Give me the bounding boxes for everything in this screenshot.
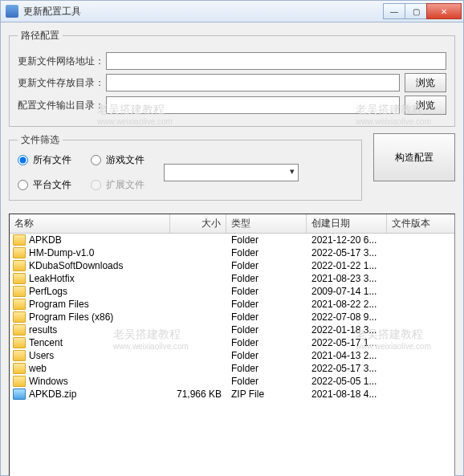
table-row[interactable]: resultsFolder2022-01-18 3... [10, 323, 454, 336]
folder-icon [13, 363, 26, 374]
table-row[interactable]: Program FilesFolder2021-08-22 2... [10, 298, 454, 311]
net-addr-input[interactable] [106, 52, 446, 70]
radio-all-input[interactable] [18, 155, 28, 165]
client-area: 路径配置 更新文件网络地址： 更新文件存放目录： 浏览 配置文件输出目录： 浏览… [0, 22, 464, 476]
table-row[interactable]: Program Files (x86)Folder2022-07-08 9... [10, 311, 454, 323]
window-controls: — ▢ ✕ [384, 3, 462, 19]
file-type: ZIP File [226, 389, 307, 400]
path-config-group: 路径配置 更新文件网络地址： 更新文件存放目录： 浏览 配置文件输出目录： 浏览 [9, 29, 455, 127]
file-list[interactable]: 名称 大小 类型 创建日期 文件版本 APKDBFolder2021-12-20… [9, 214, 455, 476]
file-name: results [29, 324, 57, 336]
radio-game-files[interactable]: 游戏文件 [91, 153, 144, 167]
file-date: 2022-01-22 1... [307, 260, 387, 271]
file-name: Tencent [29, 337, 63, 348]
file-name: APKDB [29, 234, 62, 246]
close-button[interactable]: ✕ [426, 3, 462, 19]
col-type[interactable]: 类型 [226, 214, 307, 233]
list-header: 名称 大小 类型 创建日期 文件版本 [10, 214, 454, 234]
radio-ext-files: 扩展文件 [91, 178, 144, 192]
list-rows: APKDBFolder2021-12-20 6...HM-Dump-v1.0Fo… [10, 234, 454, 401]
minimize-button[interactable]: — [383, 3, 405, 19]
file-type: Folder [226, 299, 307, 310]
folder-icon [13, 311, 26, 323]
titlebar: 更新配置工具 — ▢ ✕ [0, 0, 464, 22]
file-name: web [29, 363, 47, 374]
out-dir-input[interactable] [106, 96, 400, 114]
net-addr-label: 更新文件网络地址： [18, 55, 106, 68]
file-size: 71,966 KB [170, 389, 226, 400]
out-dir-label: 配置文件输出目录： [18, 99, 106, 112]
folder-icon [13, 247, 26, 258]
file-name: Program Files [29, 299, 89, 310]
col-size[interactable]: 大小 [170, 214, 226, 233]
file-name: KDubaSoftDownloads [29, 260, 123, 271]
file-date: 2022-05-17 1... [307, 337, 387, 348]
folder-icon [13, 234, 26, 246]
radio-game-input[interactable] [91, 155, 101, 165]
file-name: Program Files (x86) [29, 311, 113, 323]
file-date: 2022-05-17 3... [307, 247, 387, 258]
file-name: LeakHotfix [29, 273, 75, 284]
table-row[interactable]: APKDBFolder2021-12-20 6... [10, 234, 454, 246]
store-dir-input[interactable] [106, 74, 400, 92]
maximize-button[interactable]: ▢ [405, 3, 427, 19]
table-row[interactable]: WindowsFolder2022-05-05 1... [10, 375, 454, 388]
file-date: 2021-12-20 6... [307, 234, 387, 246]
table-row[interactable]: webFolder2022-05-17 3... [10, 362, 454, 375]
folder-icon [13, 350, 26, 361]
radio-ext-input [91, 180, 101, 190]
store-dir-label: 更新文件存放目录： [18, 76, 106, 90]
app-icon [6, 5, 18, 18]
table-row[interactable]: UsersFolder2021-04-13 2... [10, 349, 454, 362]
radio-platform-files[interactable]: 平台文件 [18, 178, 71, 192]
folder-icon [13, 286, 26, 297]
file-name: PerfLogs [29, 286, 67, 297]
browse-store-button[interactable]: 浏览 [405, 73, 446, 92]
folder-icon [13, 260, 26, 271]
file-date: 2021-08-23 3... [307, 273, 387, 284]
file-date: 2009-07-14 1... [307, 286, 387, 297]
table-row[interactable]: PerfLogsFolder2009-07-14 1... [10, 285, 454, 298]
table-row[interactable]: LeakHotfixFolder2021-08-23 3... [10, 272, 454, 285]
col-name[interactable]: 名称 [10, 214, 170, 233]
file-date: 2021-08-22 2... [307, 299, 387, 310]
path-config-legend: 路径配置 [18, 29, 63, 43]
file-type: Folder [226, 286, 307, 297]
col-ver[interactable]: 文件版本 [387, 214, 443, 233]
browse-out-button[interactable]: 浏览 [405, 96, 446, 115]
radio-all-files[interactable]: 所有文件 [18, 153, 71, 167]
file-type: Folder [226, 324, 307, 336]
table-row[interactable]: KDubaSoftDownloadsFolder2022-01-22 1... [10, 259, 454, 272]
build-config-button[interactable]: 构造配置 [373, 133, 455, 181]
file-date: 2022-05-17 3... [307, 363, 387, 374]
folder-icon [13, 273, 26, 284]
file-name: APKDB.zip [29, 389, 76, 400]
file-date: 2022-07-08 9... [307, 311, 387, 323]
file-date: 2021-08-18 4... [307, 389, 387, 400]
file-type: Folder [226, 234, 307, 246]
file-date: 2022-01-18 3... [307, 324, 387, 336]
file-type: Folder [226, 376, 307, 387]
folder-icon [13, 376, 26, 387]
radio-platform-input[interactable] [18, 180, 28, 190]
file-filter-legend: 文件筛选 [18, 133, 63, 147]
file-type: Folder [226, 363, 307, 374]
file-type: Folder [226, 260, 307, 271]
table-row[interactable]: TencentFolder2022-05-17 1... [10, 336, 454, 349]
file-name: Users [29, 350, 54, 361]
table-row[interactable]: HM-Dump-v1.0Folder2022-05-17 3... [10, 246, 454, 259]
filter-combo[interactable] [164, 164, 299, 181]
file-name: Windows [29, 376, 68, 387]
file-type: Folder [226, 350, 307, 361]
file-date: 2021-04-13 2... [307, 350, 387, 361]
file-name: HM-Dump-v1.0 [29, 247, 94, 258]
file-type: Folder [226, 311, 307, 323]
file-filter-group: 文件筛选 所有文件 平台文件 游戏文件 [9, 133, 362, 201]
col-date[interactable]: 创建日期 [307, 214, 387, 233]
table-row[interactable]: APKDB.zip71,966 KBZIP File2021-08-18 4..… [10, 388, 454, 401]
folder-icon [13, 324, 26, 336]
folder-icon [13, 299, 26, 310]
window-title: 更新配置工具 [23, 5, 384, 18]
file-type: Folder [226, 337, 307, 348]
folder-icon [13, 337, 26, 348]
